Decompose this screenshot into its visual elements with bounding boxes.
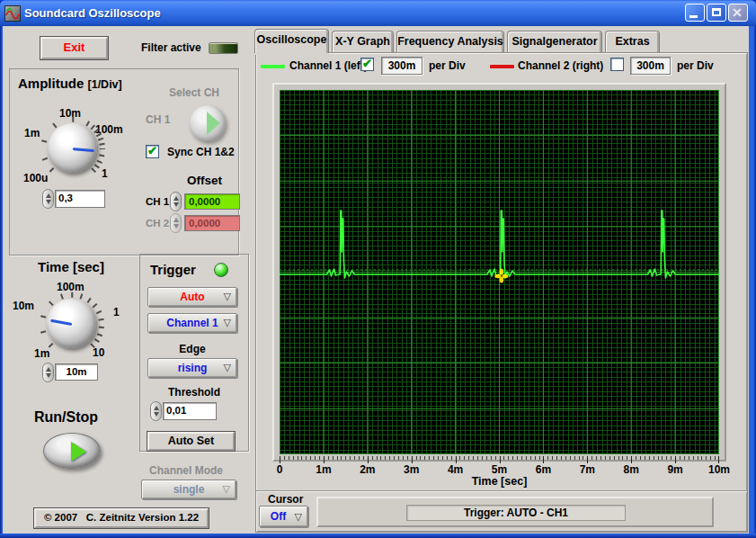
exit-button[interactable]: Exit bbox=[40, 37, 108, 59]
amplitude-knob[interactable] bbox=[48, 123, 97, 173]
chevron-down-icon: ▽ bbox=[224, 317, 231, 328]
time-spinner[interactable] bbox=[42, 363, 54, 382]
edge-label: Edge bbox=[147, 343, 237, 355]
title-bar[interactable]: Soundcard Oszilloscope ✕ bbox=[0, 0, 756, 26]
select-ch-wedge-icon bbox=[207, 112, 220, 135]
amplitude-value-field[interactable]: 0,3 bbox=[55, 190, 105, 208]
offset-ch2-label: CH 2 bbox=[146, 218, 169, 229]
app-icon bbox=[4, 5, 21, 22]
copyright-bar: © 2007 C. Zeitnitz Version 1.22 bbox=[34, 508, 209, 528]
trigger-source-dropdown[interactable]: Channel 1 ▽ bbox=[147, 313, 237, 333]
minimize-icon bbox=[689, 15, 698, 18]
offset-ch1-spinner[interactable] bbox=[170, 192, 182, 211]
channel-mode-label: Channel Mode bbox=[149, 464, 223, 477]
auto-set-button[interactable]: Auto Set bbox=[147, 432, 235, 451]
time-scale-right: 1 bbox=[113, 306, 120, 318]
filter-active-led bbox=[209, 42, 238, 54]
channel1-label: Channel 1 (left) bbox=[289, 59, 368, 72]
x-axis-ticks bbox=[280, 456, 719, 463]
filter-active-label: Filter active bbox=[141, 41, 201, 54]
channel1-per-div-label: per Div bbox=[429, 59, 466, 72]
channel2-color-swatch bbox=[490, 65, 514, 68]
channel-mode-dropdown: single ▽ bbox=[141, 480, 236, 499]
select-ch-knob[interactable] bbox=[190, 105, 226, 141]
chevron-down-icon: ▽ bbox=[295, 511, 302, 523]
amp-scale-bottom-left: 100u bbox=[23, 172, 48, 184]
amplitude-title: Amplitude [1/Div] bbox=[18, 76, 122, 91]
time-scale-left: 10m bbox=[13, 300, 34, 312]
chevron-down-icon: ▽ bbox=[224, 291, 231, 302]
tab-xy-graph[interactable]: X-Y Graph bbox=[332, 31, 394, 52]
waveform-svg bbox=[280, 90, 719, 454]
window-border-right bbox=[749, 26, 756, 534]
channel2-per-div-field[interactable]: 300m bbox=[630, 57, 671, 75]
trigger-status: Trigger: AUTO - CH1 bbox=[406, 505, 626, 521]
sync-ch-checkbox[interactable]: ✔ bbox=[146, 145, 159, 158]
maximize-icon bbox=[712, 8, 721, 16]
trigger-mode-value: Auto bbox=[180, 291, 204, 303]
close-button[interactable]: ✕ bbox=[728, 4, 748, 22]
x-axis-labels: 01m2m3m4m5m6m7m8m9m10m bbox=[280, 463, 719, 476]
time-title: Time [sec] bbox=[38, 259, 104, 274]
window-border-bottom bbox=[0, 534, 756, 538]
x-axis-title: Time [sec] bbox=[280, 475, 719, 488]
status-bar: Trigger: AUTO - CH1 bbox=[316, 497, 714, 527]
app-window: Soundcard Oszilloscope ✕ Exit Filter act… bbox=[0, 0, 756, 538]
maximize-button[interactable] bbox=[707, 4, 726, 22]
tab-frequency-analysis[interactable]: Frequency Analysis bbox=[396, 31, 504, 52]
threshold-field[interactable]: 0,01 bbox=[163, 402, 217, 420]
select-ch1-label: CH 1 bbox=[146, 113, 170, 126]
trigger-source-value: Channel 1 bbox=[166, 317, 218, 329]
channel1-color-swatch bbox=[261, 65, 285, 68]
offset-title: Offset bbox=[187, 174, 222, 187]
time-value-field[interactable]: 10m bbox=[55, 363, 98, 381]
threshold-spinner[interactable] bbox=[150, 401, 162, 421]
select-ch-label: Select CH bbox=[169, 86, 219, 99]
play-icon bbox=[71, 442, 86, 462]
channel2-per-div-label: per Div bbox=[677, 59, 714, 72]
channel-mode-value: single bbox=[173, 483, 205, 496]
cursor-dropdown[interactable]: Off ▽ bbox=[259, 506, 308, 527]
cursor-strip: Cursor Off ▽ Trigger: AUTO - CH1 bbox=[256, 490, 747, 532]
window-title: Soundcard Oszilloscope bbox=[24, 6, 161, 20]
channel2-label: Channel 2 (right) bbox=[518, 59, 603, 72]
amp-scale-bottom-right: 1 bbox=[102, 167, 108, 180]
run-stop-label: Run/Stop bbox=[34, 409, 98, 426]
time-scale-bottom-left: 1m bbox=[34, 347, 49, 360]
tab-signalgenerator[interactable]: Signalgenerator bbox=[507, 31, 602, 52]
cursor-value: Off bbox=[271, 510, 286, 523]
time-knob[interactable] bbox=[47, 299, 96, 348]
amp-knob-pointer bbox=[72, 148, 93, 152]
channel1-checkbox[interactable]: ✔ bbox=[360, 58, 374, 71]
tab-extras[interactable]: Extras bbox=[605, 31, 660, 52]
trigger-mode-dropdown[interactable]: Auto ▽ bbox=[147, 287, 237, 307]
time-knob-pointer bbox=[50, 318, 72, 325]
amplitude-spinner[interactable] bbox=[42, 189, 54, 209]
trigger-edge-dropdown[interactable]: rising ▽ bbox=[147, 358, 237, 378]
chevron-down-icon: ▽ bbox=[223, 483, 230, 495]
offset-ch2-spinner bbox=[170, 213, 182, 233]
sync-ch-label: Sync CH 1&2 bbox=[167, 146, 235, 158]
offset-ch1-label: CH 1 bbox=[146, 196, 169, 207]
trigger-title: Trigger bbox=[150, 262, 196, 277]
offset-ch2-field: 0,0000 bbox=[184, 215, 240, 231]
oscilloscope-plot bbox=[280, 90, 719, 454]
minimize-button[interactable] bbox=[685, 4, 705, 22]
channel1-per-div-field[interactable]: 300m bbox=[381, 57, 422, 75]
offset-ch1-field[interactable]: 0,0000 bbox=[184, 193, 240, 210]
tab-oscilloscope[interactable]: Oscilloscope bbox=[254, 29, 329, 53]
close-icon: ✕ bbox=[732, 5, 743, 20]
trigger-edge-value: rising bbox=[178, 362, 208, 374]
channel2-checkbox[interactable]: ✔ bbox=[610, 58, 624, 71]
time-scale-bottom-right: 10 bbox=[93, 346, 104, 359]
chevron-down-icon: ▽ bbox=[224, 362, 231, 373]
amp-scale-top: 10m bbox=[59, 107, 81, 120]
cursor-label: Cursor bbox=[268, 493, 303, 506]
amp-scale-left: 1m bbox=[24, 127, 40, 139]
trigger-led bbox=[214, 263, 228, 277]
run-stop-button[interactable] bbox=[43, 433, 101, 469]
threshold-label: Threshold bbox=[147, 386, 241, 399]
